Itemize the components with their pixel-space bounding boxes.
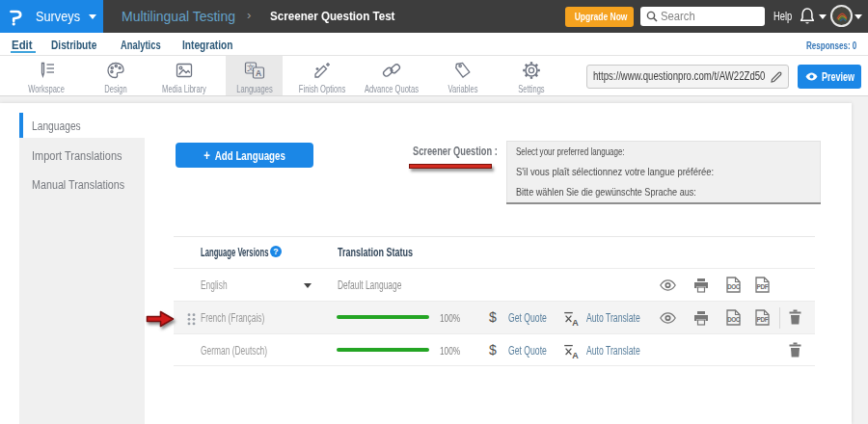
svg-text:?: ?	[273, 247, 278, 256]
svg-text:DOC: DOC	[727, 316, 741, 323]
svg-text:文: 文	[247, 64, 255, 72]
svg-text:A: A	[572, 351, 579, 359]
svg-text:PDF: PDF	[757, 283, 769, 290]
svg-text:PDF: PDF	[757, 316, 769, 323]
svg-text:A: A	[572, 318, 579, 327]
svg-text:A: A	[255, 68, 260, 78]
svg-text:DOC: DOC	[727, 283, 741, 290]
